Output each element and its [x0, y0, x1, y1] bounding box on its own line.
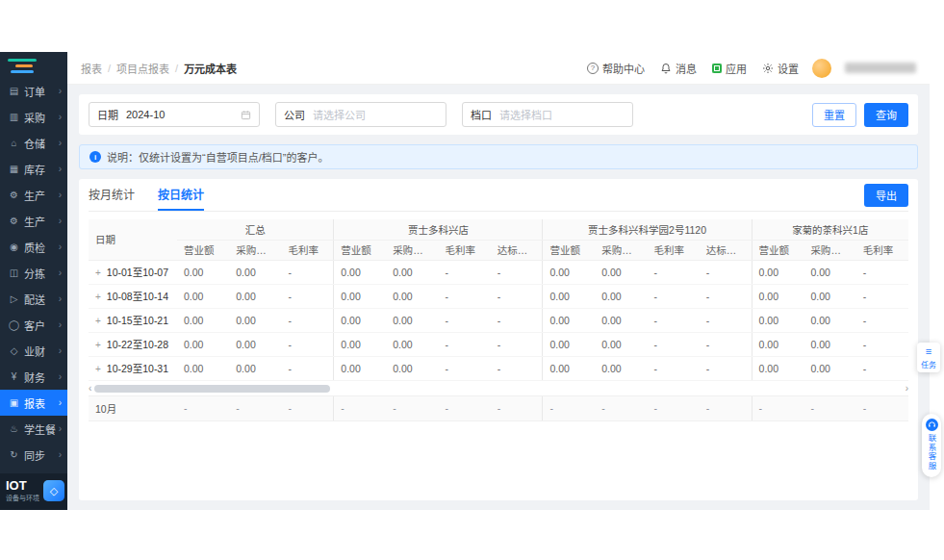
scrollbar-track[interactable]: [94, 385, 902, 393]
scrollbar-thumb[interactable]: [94, 385, 330, 393]
company-filter-placeholder: 请选择公司: [313, 107, 366, 122]
summary-table: 10月--------------: [89, 395, 908, 421]
horizontal-scrollbar[interactable]: ‹ ›: [89, 383, 908, 395]
contact-service-fab[interactable]: 联系客服: [922, 414, 941, 477]
user-name-redacted[interactable]: [845, 63, 916, 73]
table-area: 日期汇总贾士多科兴店贾士多科兴科学园2号1120家菊的茶科兴1店 营业额采购成本…: [89, 219, 908, 421]
row-date: +10-08至10-14: [89, 284, 177, 308]
row-date: +10-15至10-21: [89, 308, 177, 332]
chevron-right-icon: ›: [59, 216, 62, 226]
cell: 0.00: [177, 260, 229, 284]
table-row[interactable]: +10-15至10-210.000.00-0.000.00--0.000.00-…: [89, 308, 908, 332]
sidebar-item-生产[interactable]: ⚙生产›: [0, 182, 67, 208]
expand-icon[interactable]: +: [95, 364, 101, 374]
header-right: ?帮助中心消息应用设置: [587, 59, 916, 78]
breadcrumb-item[interactable]: 项目点报表: [116, 61, 169, 76]
cell: -: [491, 332, 543, 356]
stats-table: 日期汇总贾士多科兴店贾士多科兴科学园2号1120家菊的茶科兴1店 营业额采购成本…: [89, 219, 908, 381]
table-row[interactable]: +10-08至10-140.000.00-0.000.00--0.000.00-…: [89, 284, 908, 308]
logo-bar: [8, 59, 37, 62]
footer-cell: -: [804, 395, 855, 420]
tasks-fab[interactable]: ≡ 任务: [917, 343, 940, 372]
cell: 0.00: [334, 284, 386, 308]
gear-icon: [762, 63, 774, 74]
tab-按日统计[interactable]: 按日统计: [158, 179, 204, 211]
cell: 0.00: [386, 260, 438, 284]
table-row[interactable]: +10-29至10-310.000.00-0.000.00--0.000.00-…: [89, 356, 908, 380]
export-button[interactable]: 导出: [864, 184, 908, 207]
sidebar-item-label: 生产: [24, 188, 45, 203]
sidebar-item-生产[interactable]: ⚙生产›: [0, 208, 67, 234]
help-circle-icon: ?: [587, 63, 599, 74]
cell: 0.00: [386, 308, 438, 332]
sidebar-item-库存[interactable]: ▦库存›: [0, 156, 67, 182]
col-header: 达标结果: [491, 240, 543, 260]
sidebar-item-仓储[interactable]: ⌂仓储›: [0, 130, 67, 156]
sidebar-item-财务[interactable]: ¥财务›: [0, 364, 67, 390]
col-header: 毛利率: [648, 240, 700, 260]
cell: 0.00: [752, 284, 804, 308]
headset-icon: [926, 419, 938, 431]
table-row[interactable]: +10-01至10-070.000.00-0.000.00--0.000.00-…: [89, 260, 908, 284]
sidebar-item-配送[interactable]: ▷配送›: [0, 286, 67, 312]
footer-cell: -: [856, 395, 908, 420]
header-action-help-circle[interactable]: ?帮助中心: [587, 61, 645, 76]
sidebar-item-采购[interactable]: ▥采购›: [0, 104, 67, 130]
cell: 0.00: [752, 308, 804, 332]
sidebar-item-学生餐[interactable]: ♨学生餐›: [0, 416, 67, 442]
date-filter[interactable]: 日期 2024-10: [89, 102, 260, 127]
cell: -: [700, 332, 752, 356]
header-action-gear[interactable]: 设置: [762, 61, 799, 76]
chevron-right-icon: ›: [59, 293, 62, 304]
iot-logo[interactable]: IOT 设备与环境 ◇: [0, 473, 67, 510]
sidebar-item-质检[interactable]: ◉质检›: [0, 234, 67, 260]
sidebar-item-客户[interactable]: ◯客户›: [0, 312, 67, 338]
cell: -: [438, 308, 490, 332]
breadcrumb-item[interactable]: 万元成本表: [184, 61, 237, 76]
row-date: +10-01至10-07: [89, 260, 177, 284]
expand-icon[interactable]: +: [95, 340, 101, 350]
sidebar-item-报表[interactable]: ▣报表›: [0, 390, 67, 416]
chevron-right-icon: ›: [59, 319, 62, 330]
expand-icon[interactable]: +: [95, 292, 101, 302]
cell: 0.00: [804, 332, 855, 356]
sidebar-item-同步[interactable]: ↻同步›: [0, 442, 67, 468]
expand-icon[interactable]: +: [95, 267, 101, 278]
expand-icon[interactable]: +: [95, 316, 101, 326]
reset-button[interactable]: 重置: [812, 103, 856, 127]
date-filter-label: 日期: [97, 107, 118, 122]
cell: 0.00: [543, 284, 595, 308]
info-banner: i 说明：仅统计设置为“自营项目点/档口”的客户。: [79, 144, 918, 169]
chevron-right-icon: ›: [59, 267, 62, 278]
avatar[interactable]: [812, 59, 831, 78]
footer-date: 10月: [89, 395, 177, 420]
sidebar-item-业财[interactable]: ◇业财›: [0, 338, 67, 364]
cell: -: [856, 332, 908, 356]
finance-icon: ¥: [8, 371, 20, 382]
scroll-right-icon[interactable]: ›: [906, 384, 908, 394]
sidebar-item-订单[interactable]: ▤订单›: [0, 78, 67, 104]
breadcrumb: 报表/项目点报表/万元成本表: [81, 61, 237, 76]
footer-cell: -: [282, 395, 334, 420]
col-header: 毛利率: [282, 240, 334, 260]
contact-service-label: 联系客服: [926, 434, 937, 471]
col-header: 营业额: [752, 240, 804, 260]
footer-cell: -: [386, 395, 438, 420]
top-bar: 报表/项目点报表/万元成本表 ?帮助中心消息应用设置: [67, 52, 930, 85]
search-button[interactable]: 查询: [864, 103, 908, 127]
breadcrumb-item[interactable]: 报表: [81, 61, 102, 76]
header-action-apps[interactable]: 应用: [712, 61, 747, 76]
cell: 0.00: [177, 284, 229, 308]
stall-filter[interactable]: 档口 请选择档口: [462, 102, 633, 127]
logo-bar: [11, 70, 34, 73]
cell: 0.00: [595, 356, 647, 380]
company-filter[interactable]: 公司 请选择公司: [275, 102, 446, 127]
sidebar-item-分拣[interactable]: ◫分拣›: [0, 260, 67, 286]
scroll-left-icon[interactable]: ‹: [89, 384, 91, 394]
app-logo[interactable]: [0, 52, 67, 78]
purchasing-icon: ▥: [8, 112, 20, 122]
tab-按月统计[interactable]: 按月统计: [89, 179, 135, 211]
cell: 0.00: [334, 356, 386, 380]
table-row[interactable]: +10-22至10-280.000.00-0.000.00--0.000.00-…: [89, 332, 908, 356]
header-action-bell[interactable]: 消息: [660, 61, 697, 76]
